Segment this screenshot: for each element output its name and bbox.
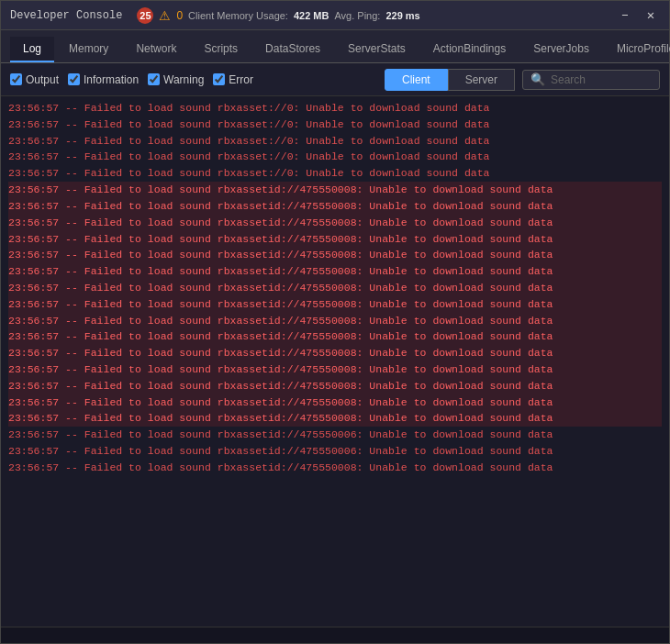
- log-line: 23:56:57 -- Failed to load sound rbxasse…: [8, 378, 662, 394]
- title-bar-controls: – ✕: [616, 7, 660, 23]
- tab-memory[interactable]: Memory: [56, 37, 121, 62]
- tab-datastores[interactable]: DataStores: [252, 37, 333, 62]
- information-checkbox[interactable]: [68, 73, 80, 85]
- developer-console: Developer Console 25 ⚠ 0 Client Memory U…: [0, 0, 670, 644]
- log-line: 23:56:57 -- Failed to load sound rbxasse…: [8, 410, 662, 427]
- memory-value: 422 MB: [294, 10, 329, 21]
- tab-network[interactable]: Network: [123, 37, 189, 62]
- log-line: 23:56:57 -- Failed to load sound rbxasse…: [8, 182, 662, 198]
- tab-serverstats[interactable]: ServerStats: [335, 37, 419, 62]
- log-line: 23:56:57 -- Failed to load sound rbxasse…: [8, 263, 662, 280]
- warning-label: Warning: [163, 73, 204, 86]
- log-line: 23:56:57 -- Failed to load sound rbxasse…: [8, 313, 662, 329]
- tab-scripts[interactable]: Scripts: [191, 37, 251, 62]
- log-line: 23:56:57 -- Failed to load sound rbxasse…: [8, 361, 662, 378]
- log-line: 23:56:57 -- Failed to load sound rbxasse…: [8, 100, 662, 117]
- client-button[interactable]: Client: [385, 69, 448, 91]
- log-line: 23:56:57 -- Failed to load sound rbxasse…: [8, 296, 662, 313]
- search-input[interactable]: [551, 73, 652, 86]
- warning-icon: ⚠: [159, 8, 171, 23]
- minimize-button[interactable]: –: [616, 7, 634, 23]
- log-line: 23:56:57 -- Failed to load sound rbxasse…: [8, 247, 662, 263]
- log-line: 23:56:57 -- Failed to load sound rbxasse…: [8, 198, 662, 215]
- warning-checkbox[interactable]: [148, 73, 160, 85]
- warning-filter[interactable]: Warning: [148, 73, 204, 86]
- log-line: 23:56:57 -- Failed to load sound rbxasse…: [8, 460, 662, 476]
- information-label: Information: [84, 73, 139, 86]
- error-filter[interactable]: Error: [213, 73, 253, 86]
- log-line: 23:56:57 -- Failed to load sound rbxasse…: [8, 345, 662, 361]
- memory-label: Client Memory Usage:: [188, 10, 288, 21]
- search-box: 🔍: [522, 70, 660, 90]
- ping-label: Avg. Ping:: [334, 10, 380, 21]
- status-bar: [1, 627, 669, 643]
- log-line: 23:56:57 -- Failed to load sound rbxasse…: [8, 231, 662, 248]
- client-server-toggle: Client Server 🔍: [385, 69, 660, 91]
- log-line: 23:56:57 -- Failed to load sound rbxasse…: [8, 328, 662, 345]
- close-button[interactable]: ✕: [642, 7, 660, 23]
- title-bar: Developer Console 25 ⚠ 0 Client Memory U…: [1, 1, 669, 30]
- ping-value: 229 ms: [385, 10, 419, 21]
- warning-count: 0: [176, 9, 183, 22]
- log-line: 23:56:57 -- Failed to load sound rbxasse…: [8, 443, 662, 460]
- log-line: 23:56:57 -- Failed to load sound rbxasse…: [8, 394, 662, 411]
- output-label: Output: [26, 73, 59, 86]
- tab-log[interactable]: Log: [10, 37, 54, 62]
- information-filter[interactable]: Information: [68, 73, 139, 86]
- output-filter[interactable]: Output: [10, 73, 59, 86]
- output-checkbox[interactable]: [10, 73, 22, 85]
- log-line: 23:56:57 -- Failed to load sound rbxasse…: [8, 133, 662, 150]
- log-line: 23:56:57 -- Failed to load sound rbxasse…: [8, 149, 662, 165]
- error-checkbox[interactable]: [213, 73, 225, 85]
- tab-serverjobs[interactable]: ServerJobs: [520, 37, 602, 62]
- search-icon: 🔍: [530, 72, 545, 87]
- error-label: Error: [229, 73, 253, 86]
- title-bar-title: Developer Console: [10, 9, 122, 22]
- log-line: 23:56:57 -- Failed to load sound rbxasse…: [8, 280, 662, 296]
- toolbar: Output Information Warning Error Client …: [1, 63, 669, 96]
- title-bar-stats: 25 ⚠ 0 Client Memory Usage: 422 MB Avg. …: [137, 7, 419, 24]
- log-line: 23:56:57 -- Failed to load sound rbxasse…: [8, 215, 662, 231]
- nav-tabs: LogMemoryNetworkScriptsDataStoresServerS…: [1, 30, 669, 63]
- log-line: 23:56:57 -- Failed to load sound rbxasse…: [8, 117, 662, 133]
- tab-microprofiler[interactable]: MicroProfiler: [604, 37, 670, 62]
- error-count-badge: 25: [137, 7, 153, 24]
- log-line: 23:56:57 -- Failed to load sound rbxasse…: [8, 427, 662, 443]
- log-area[interactable]: 23:56:57 -- Failed to load sound rbxasse…: [1, 96, 669, 627]
- log-line: 23:56:57 -- Failed to load sound rbxasse…: [8, 165, 662, 182]
- server-button[interactable]: Server: [448, 69, 515, 91]
- tab-actionbindings[interactable]: ActionBindings: [420, 37, 519, 62]
